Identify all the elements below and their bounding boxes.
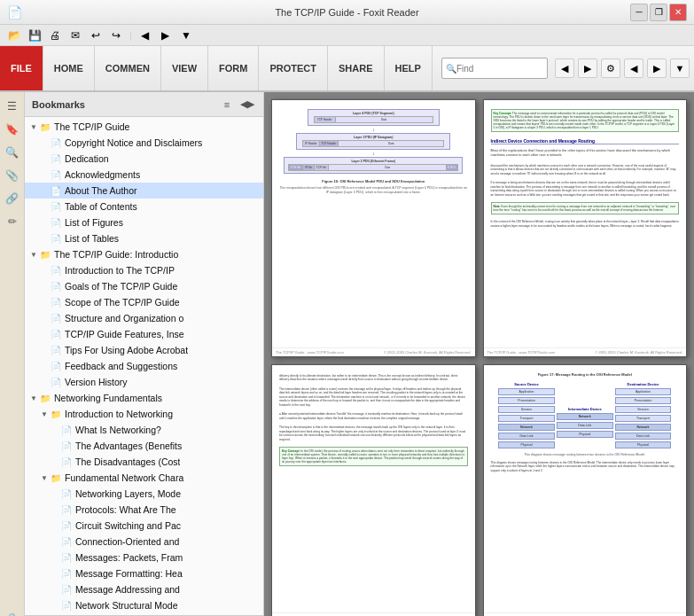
bm-what-is-net[interactable]: ▶ 📄 What Is Networking? bbox=[25, 422, 263, 438]
bm-dedication[interactable]: ▶ 📄 Dedication bbox=[25, 151, 263, 167]
tab-comment[interactable]: COMMEN bbox=[95, 46, 161, 90]
document-view[interactable]: Layer 4 PDU (TCP Segment) TCP Header Dat… bbox=[264, 92, 694, 616]
bm-goals[interactable]: ▶ 📄 Goals of The TCP/IP Guide bbox=[25, 278, 263, 294]
restore-button[interactable]: ❐ bbox=[650, 4, 667, 21]
bm-features[interactable]: ▶ 📄 TCP/IP Guide Features, Inse bbox=[25, 326, 263, 342]
bm-icon-doc-25: 📄 bbox=[60, 584, 73, 595]
bm-net-fundamentals[interactable]: ▼ 📁 Networking Fundamentals bbox=[25, 390, 263, 406]
left-icon-attachment[interactable]: 📎 bbox=[2, 165, 23, 186]
bm-tips[interactable]: ▶ 📄 Tips For Using Adobe Acrobat bbox=[25, 342, 263, 358]
bm-label-advantages: The Advantages (Benefits bbox=[75, 441, 182, 451]
bm-intro-tcp[interactable]: ▶ 📄 Introduction to The TCP/IP bbox=[25, 262, 263, 278]
bm-toggle-net[interactable]: ▼ bbox=[28, 393, 39, 403]
nav-options-button[interactable]: ▼ bbox=[670, 58, 690, 78]
sidebar-options-button[interactable]: ≡ bbox=[218, 96, 236, 113]
bm-intro-networking[interactable]: ▼ 📁 Introduction to Networking bbox=[25, 406, 263, 422]
search-prev-button[interactable]: ◀ bbox=[555, 58, 574, 78]
bm-connection-oriented[interactable]: ▶ 📄 Connection-Oriented and bbox=[25, 534, 263, 550]
search-next-button[interactable]: ▶ bbox=[578, 58, 597, 78]
bm-feedback[interactable]: ▶ 📄 Feedback and Suggestions bbox=[25, 358, 263, 374]
close-button[interactable]: ✕ bbox=[669, 4, 687, 21]
tab-form[interactable]: FORM bbox=[208, 46, 259, 90]
text-block-4a: This diagram shows message routing betwe… bbox=[491, 461, 680, 472]
bm-copyright[interactable]: ▶ 📄 Copyright Notice and Disclaimers bbox=[25, 135, 263, 151]
bm-scope[interactable]: ▶ 📄 Scope of The TCP/IP Guide bbox=[25, 294, 263, 310]
left-icon-annotation[interactable]: ✏ bbox=[2, 211, 23, 232]
key-concept-box: Key Concept: The message used to communi… bbox=[491, 109, 680, 132]
qa-print-button[interactable]: 🖨 bbox=[46, 27, 64, 44]
search-input[interactable] bbox=[456, 64, 536, 74]
bm-circuit-switching[interactable]: ▶ 📄 Circuit Switching and Pac bbox=[25, 518, 263, 534]
title-bar: 📄 The TCP/IP Guide - Foxit Reader ─ ❐ ✕ bbox=[0, 0, 694, 25]
qa-undo-button[interactable]: ↩ bbox=[87, 27, 105, 44]
bm-label-message-addressing: Message Addressing and bbox=[75, 584, 180, 595]
left-icon-lock[interactable]: 🔒 bbox=[2, 608, 23, 616]
page-4-footer: The TCP/IP Guide - www.TCPIPGuide.com © … bbox=[484, 612, 687, 616]
tab-share[interactable]: SHARE bbox=[328, 46, 385, 90]
bm-structure[interactable]: ▶ 📄 Structure and Organization o bbox=[25, 310, 263, 326]
bm-toggle-intro[interactable]: ▼ bbox=[28, 249, 39, 260]
bm-messages-packets[interactable]: ▶ 📄 Messages: Packets, Fram bbox=[25, 550, 263, 565]
page-1-footer: The TCP/IP Guide - www.TCPIPGuide.com © … bbox=[272, 347, 475, 356]
bm-intro-section[interactable]: ▼ 📁 The TCP/IP Guide: Introductio bbox=[25, 246, 263, 262]
qa-save-button[interactable]: 💾 bbox=[26, 27, 43, 44]
bm-label-protocols: Protocols: What Are The bbox=[75, 504, 176, 515]
bm-tables[interactable]: ▶ 📄 List of Tables bbox=[25, 230, 263, 246]
qa-dropdown-button[interactable]: ▼ bbox=[177, 27, 195, 44]
bm-toc[interactable]: ▶ 📄 Table of Contents bbox=[25, 199, 263, 214]
qa-back-button[interactable]: ◀ bbox=[136, 27, 154, 44]
qa-open-button[interactable]: 📂 bbox=[5, 27, 23, 44]
left-icon-bookmark[interactable]: 🔖 bbox=[2, 119, 23, 140]
nav-next-page-button[interactable]: ▶ bbox=[647, 58, 667, 78]
left-icon-link[interactable]: 🔗 bbox=[2, 188, 23, 209]
bm-icon-folder: 📁 bbox=[39, 121, 51, 132]
bm-label-network-structural: Network Structural Mode bbox=[75, 600, 178, 611]
page-3: delivery directly to its ultimate destin… bbox=[271, 364, 476, 616]
page-1: Layer 4 PDU (TCP Segment) TCP Header Dat… bbox=[271, 99, 476, 357]
window-title: The TCP/IP Guide - Foxit Reader bbox=[275, 7, 418, 18]
bm-label-message-formatting: Message Formatting: Hea bbox=[75, 568, 183, 579]
bm-icon-doc-18: 📄 bbox=[60, 456, 73, 467]
bm-icon-doc-26: 📄 bbox=[60, 600, 73, 611]
bm-about-author[interactable]: ▶ 📄 About The Author bbox=[25, 183, 263, 199]
text-block-2a: Most of the explanations that I have pro… bbox=[491, 149, 680, 159]
bm-version[interactable]: ▶ 📄 Version History bbox=[25, 374, 263, 390]
nav-prev-page-button[interactable]: ◀ bbox=[624, 58, 643, 78]
bm-advantages[interactable]: ▶ 📄 The Advantages (Benefits bbox=[25, 438, 263, 454]
page-1-visual: Layer 4 PDU (TCP Segment) TCP Header Dat… bbox=[279, 107, 468, 340]
left-icon-search-panel[interactable]: 🔍 bbox=[2, 142, 23, 163]
bm-icon-doc-3: 📄 bbox=[50, 169, 62, 180]
bm-acknowledgments[interactable]: ▶ 📄 Acknowledgments bbox=[25, 167, 263, 183]
bm-net-layers[interactable]: ▶ 📄 Networking Layers, Mode bbox=[25, 486, 263, 502]
bm-toggle-intro-net[interactable]: ▼ bbox=[39, 409, 50, 419]
bm-disadvantages[interactable]: ▶ 📄 The Disadvantages (Cost bbox=[25, 454, 263, 470]
bm-network-structural[interactable]: ▶ 📄 Network Structural Mode bbox=[25, 597, 263, 613]
bm-tcpip-guide[interactable]: ▼ 📁 The TCP/IP Guide bbox=[25, 119, 263, 135]
bm-message-formatting[interactable]: ▶ 📄 Message Formatting: Hea bbox=[25, 565, 263, 581]
tab-protect[interactable]: PROTECT bbox=[259, 46, 328, 90]
search-settings-button[interactable]: ⚙ bbox=[601, 58, 620, 78]
bookmark-tree[interactable]: ▼ 📁 The TCP/IP Guide ▶ 📄 Copyright Notic… bbox=[25, 117, 263, 615]
minimize-button[interactable]: ─ bbox=[630, 4, 648, 21]
bm-figures[interactable]: ▶ 📄 List of Figures bbox=[25, 214, 263, 230]
tab-file[interactable]: FILE bbox=[0, 46, 43, 90]
search-icon: 🔍 bbox=[446, 64, 456, 74]
bm-label-intro-networking: Introduction to Networking bbox=[65, 409, 173, 419]
qa-redo-button[interactable]: ↪ bbox=[107, 27, 125, 44]
bm-toggle-net-char[interactable]: ▼ bbox=[39, 472, 50, 483]
qa-forward-button[interactable]: ▶ bbox=[157, 27, 175, 44]
tab-help[interactable]: HELP bbox=[385, 46, 433, 90]
text-block-3d: The key to this description is that in t… bbox=[279, 425, 468, 441]
tab-view[interactable]: VIEW bbox=[161, 46, 208, 90]
tab-home[interactable]: HOME bbox=[43, 46, 95, 90]
bm-message-addressing[interactable]: ▶ 📄 Message Addressing and bbox=[25, 581, 263, 597]
qa-email-button[interactable]: ✉ bbox=[66, 27, 84, 44]
bm-protocols[interactable]: ▶ 📄 Protocols: What Are The bbox=[25, 502, 263, 518]
sidebar-close-button[interactable]: ◀▶ bbox=[238, 96, 256, 113]
left-icon-hand[interactable]: ☰ bbox=[2, 96, 23, 117]
bm-toggle-tcpip[interactable]: ▼ bbox=[28, 121, 39, 132]
bm-icon-folder-2: 📁 bbox=[39, 249, 51, 260]
bm-net-characteristics[interactable]: ▼ 📁 Fundamental Network Chara bbox=[25, 470, 263, 486]
search-box[interactable]: 🔍 bbox=[441, 58, 548, 79]
bm-icon-doc-12: 📄 bbox=[50, 329, 62, 339]
